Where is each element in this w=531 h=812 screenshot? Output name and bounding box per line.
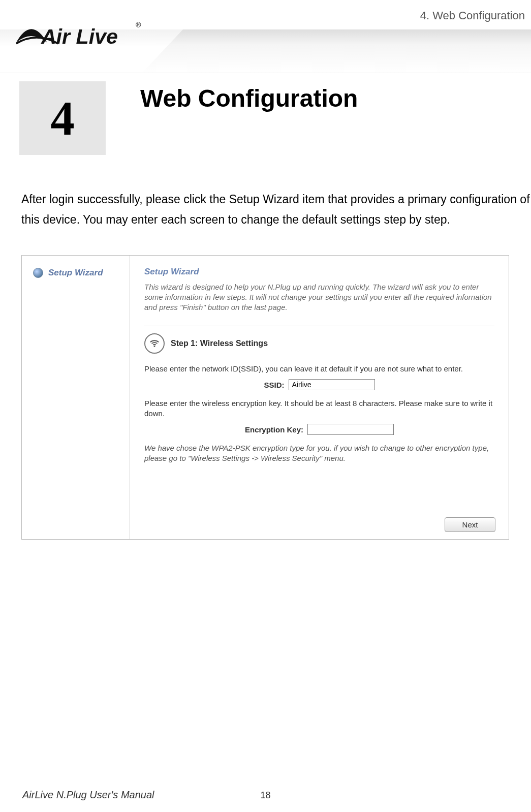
airlive-logo: Air Live ®: [12, 14, 142, 55]
wizard-main-panel: Setup Wizard This wizard is designed to …: [130, 256, 509, 539]
page-number: 18: [260, 790, 270, 801]
setup-wizard-screenshot: Setup Wizard Setup Wizard This wizard is…: [21, 255, 509, 540]
chapter-number-box: 4: [19, 81, 106, 155]
next-button[interactable]: Next: [445, 517, 495, 532]
svg-point-2: [154, 346, 155, 347]
page-footer: AirLive N.Plug User's Manual 18: [22, 789, 509, 801]
wizard-description: This wizard is designed to help your N.P…: [144, 282, 494, 313]
ssid-input[interactable]: [289, 379, 375, 390]
ssid-prompt: Please enter the network ID(SSID), you c…: [144, 364, 494, 374]
encryption-key-prompt: Please enter the wireless encryption key…: [144, 398, 494, 419]
encryption-key-input[interactable]: [307, 424, 394, 435]
running-head: 4. Web Configuration: [420, 9, 525, 22]
encryption-key-label: Encryption Key:: [245, 425, 303, 434]
separator: [144, 326, 494, 326]
sidebar-item-label: Setup Wizard: [48, 268, 103, 278]
step-header: Step 1: Wireless Settings: [144, 333, 494, 354]
wizard-title: Setup Wizard: [144, 267, 494, 277]
chapter-title: Web Configuration: [140, 84, 358, 112]
svg-text:®: ®: [136, 21, 141, 29]
ssid-label: SSID:: [264, 381, 284, 389]
encryption-note: We have chose the WPA2-PSK encryption ty…: [144, 443, 494, 463]
bullet-icon: [33, 268, 43, 278]
encryption-key-row: Encryption Key:: [144, 424, 494, 435]
chapter-number: 4: [50, 90, 75, 146]
ssid-row: SSID:: [144, 379, 494, 390]
chapter-header: 4 Web Configuration: [19, 81, 358, 155]
wifi-icon: [144, 333, 165, 354]
airlive-logo-svg: Air Live ®: [12, 14, 142, 55]
step-label: Step 1: Wireless Settings: [171, 339, 268, 348]
wizard-sidebar: Setup Wizard: [22, 256, 130, 539]
intro-paragraph: After login successfully, please click t…: [21, 189, 531, 230]
sidebar-item-setup-wizard[interactable]: Setup Wizard: [33, 268, 103, 278]
svg-text:Air Live: Air Live: [41, 25, 118, 48]
manual-title: AirLive N.Plug User's Manual: [22, 789, 154, 801]
document-page: 4. Web Configuration Air Live ® 4 Web Co…: [0, 0, 531, 812]
